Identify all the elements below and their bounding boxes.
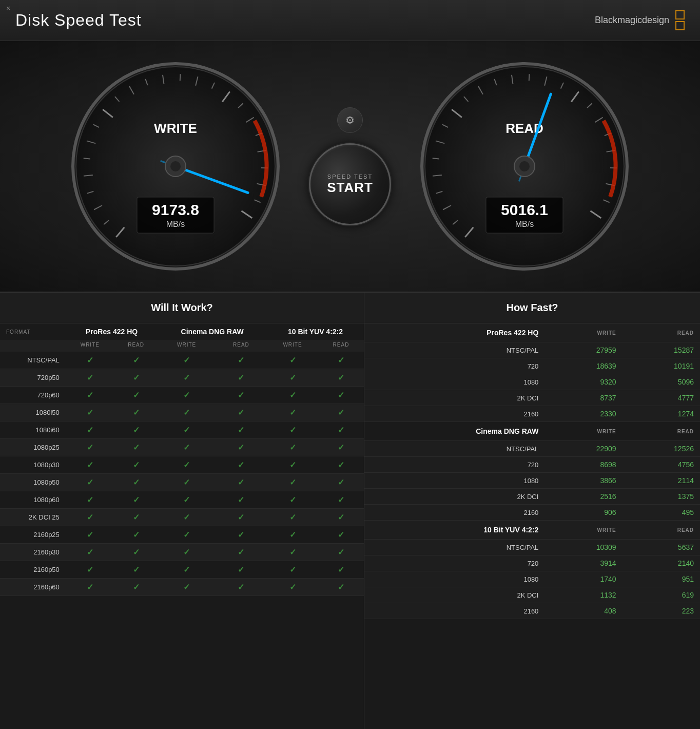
hf-read-val: 5637 xyxy=(623,540,700,555)
wit-format-cell: 2160p60 xyxy=(0,579,66,596)
hf-row-label: 720 xyxy=(364,555,545,571)
hf-read-val: 495 xyxy=(623,505,700,521)
checkmark: ✓ xyxy=(338,373,344,382)
will-it-work-header: Will It Work? xyxy=(0,293,364,323)
prores-read-sub: READ xyxy=(114,340,158,352)
hf-read-val: 2114 xyxy=(623,473,700,489)
checkmark: ✓ xyxy=(183,443,190,452)
wit-row: 2K DCI 25✓✓✓✓✓✓ xyxy=(0,509,364,526)
hf-write-val: 8698 xyxy=(545,457,622,473)
hf-write-val: 18639 xyxy=(545,358,622,374)
checkmark: ✓ xyxy=(87,426,93,434)
brand-name: Blackmagicdesign xyxy=(595,15,669,26)
settings-icon: ⚙ xyxy=(345,114,355,126)
checkmark: ✓ xyxy=(133,391,140,399)
write-gauge-svg: WRITE 9173.8 MB/s xyxy=(68,59,283,274)
wit-row: 720p60✓✓✓✓✓✓ xyxy=(0,387,364,404)
svg-text:5016.1: 5016.1 xyxy=(501,201,548,218)
hf-write-val: 2516 xyxy=(545,489,622,505)
checkmark: ✓ xyxy=(133,583,140,591)
start-button[interactable]: SPEED TEST START xyxy=(309,143,391,225)
checkmark: ✓ xyxy=(238,391,244,399)
will-it-work-body: NTSC/PAL✓✓✓✓✓✓720p50✓✓✓✓✓✓720p60✓✓✓✓✓✓10… xyxy=(0,352,364,596)
wit-format-cell: 2160p25 xyxy=(0,526,66,544)
hf-data-row: NTSC/PAL 10309 5637 xyxy=(364,540,700,555)
app-title: Disk Speed Test xyxy=(15,11,142,30)
hf-write-val: 9320 xyxy=(545,374,622,390)
prores-write-sub: WRITE xyxy=(66,340,114,352)
hf-row-label: 1080 xyxy=(364,571,545,587)
checkmark: ✓ xyxy=(87,356,93,364)
hf-row-label: 2160 xyxy=(364,603,545,619)
checkmark: ✓ xyxy=(338,461,344,469)
hf-section-name: 10 Bit YUV 4:2:2 xyxy=(364,521,545,540)
wit-row: 2160p60✓✓✓✓✓✓ xyxy=(0,579,364,596)
hf-row-label: 2K DCI xyxy=(364,489,545,505)
checkmark: ✓ xyxy=(289,513,296,522)
svg-line-23 xyxy=(180,74,181,81)
data-section: Will It Work? FORMAT ProRes 422 HQ Cinem… xyxy=(0,293,700,729)
checkmark: ✓ xyxy=(133,478,140,487)
hf-data-row: NTSC/PAL 27959 15287 xyxy=(364,342,700,358)
hf-write-header: WRITE xyxy=(545,422,622,441)
checkmark: ✓ xyxy=(133,530,140,539)
checkmark: ✓ xyxy=(87,530,93,539)
wit-format-cell: 720p50 xyxy=(0,369,66,387)
checkmark: ✓ xyxy=(289,583,296,591)
wit-format-cell: 1080p30 xyxy=(0,456,66,474)
hf-row-label: 720 xyxy=(364,457,545,473)
hf-read-val: 4777 xyxy=(623,390,700,406)
checkmark: ✓ xyxy=(133,461,140,469)
checkmark: ✓ xyxy=(289,373,296,382)
checkmark: ✓ xyxy=(238,356,244,364)
hf-row-label: 1080 xyxy=(364,473,545,489)
checkmark: ✓ xyxy=(238,548,244,557)
checkmark: ✓ xyxy=(289,565,296,574)
hf-write-header: WRITE xyxy=(545,323,622,342)
will-it-work-table: FORMAT ProRes 422 HQ Cinema DNG RAW 10 B… xyxy=(0,323,364,596)
settings-button[interactable]: ⚙ xyxy=(337,107,363,133)
cinema-read-sub: READ xyxy=(216,340,267,352)
title-bar: Disk Speed Test Blackmagicdesign xyxy=(0,0,700,41)
wit-row: 1080i60✓✓✓✓✓✓ xyxy=(0,421,364,439)
hf-write-val: 27959 xyxy=(545,342,622,358)
read-gauge-container: READ 5016.1 MB/s xyxy=(412,53,637,279)
wit-row: 1080i50✓✓✓✓✓✓ xyxy=(0,404,364,421)
checkmark: ✓ xyxy=(87,565,93,574)
checkmark: ✓ xyxy=(133,408,140,417)
hf-read-val: 15287 xyxy=(623,342,700,358)
checkmark: ✓ xyxy=(238,513,244,522)
checkmark: ✓ xyxy=(133,356,140,364)
wit-format-cell: 720p60 xyxy=(0,387,66,404)
checkmark: ✓ xyxy=(183,530,190,539)
hf-write-val: 10309 xyxy=(545,540,622,555)
hf-write-val: 1132 xyxy=(545,587,622,603)
hf-row-label: NTSC/PAL xyxy=(364,342,545,358)
checkmark: ✓ xyxy=(338,356,344,364)
hf-data-row: 720 3914 2140 xyxy=(364,555,700,571)
wit-row: 2160p30✓✓✓✓✓✓ xyxy=(0,544,364,561)
close-button[interactable]: × xyxy=(4,4,12,12)
checkmark: ✓ xyxy=(87,373,93,382)
wit-format-cell: 2K DCI 25 xyxy=(0,509,66,526)
hf-read-val: 223 xyxy=(623,603,700,619)
empty-sub xyxy=(0,340,66,352)
checkmark: ✓ xyxy=(87,408,93,417)
prores-header: ProRes 422 HQ xyxy=(66,323,158,340)
hf-section-name: ProRes 422 HQ xyxy=(364,323,545,342)
checkmark: ✓ xyxy=(338,495,344,504)
gauge-section: WRITE 9173.8 MB/s ⚙ SPEED TEST START xyxy=(0,41,700,293)
checkmark: ✓ xyxy=(238,373,244,382)
hf-row-label: 2K DCI xyxy=(364,587,545,603)
checkmark: ✓ xyxy=(133,495,140,504)
wit-format-cell: 2160p30 xyxy=(0,544,66,561)
checkmark: ✓ xyxy=(87,443,93,452)
checkmark: ✓ xyxy=(183,583,190,591)
checkmark: ✓ xyxy=(133,565,140,574)
svg-point-33 xyxy=(170,161,181,171)
wit-format-cell: NTSC/PAL xyxy=(0,352,66,369)
hf-data-row: 2160 408 223 xyxy=(364,603,700,619)
wit-format-cell: 2160p50 xyxy=(0,561,66,579)
checkmark: ✓ xyxy=(238,408,244,417)
hf-data-row: 720 8698 4756 xyxy=(364,457,700,473)
